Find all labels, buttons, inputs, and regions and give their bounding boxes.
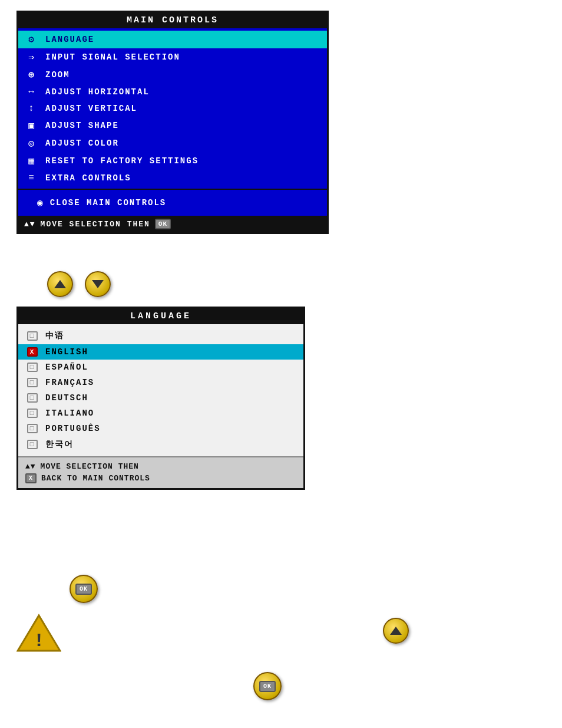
lang-item-espanol[interactable]: □ ESPAÑOL — [18, 360, 303, 375]
input-signal-icon: ⇒ — [24, 51, 39, 63]
lang-item-francais[interactable]: □ FRANÇAIS — [18, 375, 303, 390]
lang-item-portugues[interactable]: □ PORTUGUÊS — [18, 421, 303, 436]
lang-korean-icon: □ — [27, 440, 38, 449]
language-list: □ 中语 X ENGLISH □ ESPAÑOL □ FRANÇAIS — [18, 324, 303, 456]
menu-item-adjust-vertical[interactable]: ↕ ADJUST VERTICAL — [18, 100, 327, 117]
lang-back-ok-icon: X — [25, 473, 37, 483]
main-controls-panel: MAIN CONTROLS ⚙ LANGUAGE ⇒ INPUT SIGNAL … — [16, 11, 329, 234]
ok-small-label: OK — [75, 584, 92, 595]
extra-controls-icon: ≡ — [24, 173, 39, 183]
lang-footer-nav-icons: ▲▼ — [25, 462, 36, 471]
ok-bc-label: OK — [259, 681, 276, 692]
main-menu-list: ⚙ LANGUAGE ⇒ INPUT SIGNAL SELECTION ⊕ ZO… — [18, 28, 327, 216]
menu-item-adjust-shape[interactable]: ▣ ADJUST SHAPE — [18, 117, 327, 134]
menu-item-input-signal[interactable]: ⇒ INPUT SIGNAL SELECTION — [18, 48, 327, 66]
adjust-color-icon: ◎ — [24, 137, 39, 149]
lang-english-icon: X — [27, 347, 38, 357]
adjust-shape-icon: ▣ — [24, 120, 39, 131]
reset-factory-icon: ▦ — [24, 155, 39, 167]
lang-item-chinese[interactable]: □ 中语 — [18, 328, 303, 344]
adjust-horizontal-icon: ↔ — [24, 87, 39, 97]
menu-item-adjust-color[interactable]: ◎ ADJUST COLOR — [18, 134, 327, 152]
nav-up-button[interactable] — [47, 271, 73, 297]
lang-item-italiano[interactable]: □ ITALIANO — [18, 406, 303, 421]
close-icon: ◉ — [37, 197, 44, 209]
lang-footer-back-row: X BACK TO MAIN CONTROLS — [25, 472, 296, 485]
nav-up-button-tr[interactable] — [383, 618, 409, 644]
lang-francais-icon: □ — [27, 378, 38, 387]
language-icon: ⚙ — [24, 34, 39, 45]
menu-item-extra-controls[interactable]: ≡ EXTRA CONTROLS — [18, 170, 327, 186]
main-controls-footer: ▲▼ MOVE SELECTION THEN OK — [18, 216, 327, 232]
menu-item-adjust-horizontal[interactable]: ↔ ADJUST HORIZONTAL — [18, 84, 327, 100]
language-panel-title: LANGUAGE — [18, 308, 303, 324]
lang-footer-move-row: ▲▼ MOVE SELECTION THEN — [25, 461, 296, 472]
close-main-controls-button[interactable]: ◉ CLOSE MAIN CONTROLS — [18, 192, 327, 213]
menu-item-language[interactable]: ⚙ LANGUAGE — [18, 31, 327, 48]
ok-button-small[interactable]: OK — [70, 575, 98, 603]
footer-move-up-icon: ▲▼ — [24, 220, 36, 229]
up-triangle-icon — [54, 280, 66, 288]
lang-item-english[interactable]: X ENGLISH — [18, 344, 303, 360]
lang-italiano-icon: □ — [27, 409, 38, 418]
footer-nav-icons: ▲▼ — [24, 220, 36, 229]
lang-portugues-icon: □ — [27, 424, 38, 433]
zoom-icon: ⊕ — [24, 69, 39, 81]
lang-espanol-icon: □ — [27, 363, 38, 372]
lang-item-deutsch[interactable]: □ DEUTSCH — [18, 390, 303, 406]
menu-divider — [18, 189, 327, 190]
navigation-arrows — [47, 271, 111, 297]
svg-text:!: ! — [33, 630, 44, 652]
nav-down-button[interactable] — [85, 271, 111, 297]
main-controls-title: MAIN CONTROLS — [18, 12, 327, 28]
ok-button-bottom-center[interactable]: OK — [253, 672, 282, 700]
menu-item-reset-factory[interactable]: ▦ RESET TO FACTORY SETTINGS — [18, 152, 327, 170]
lang-deutsch-icon: □ — [27, 393, 38, 403]
language-panel-footer: ▲▼ MOVE SELECTION THEN X BACK TO MAIN CO… — [18, 456, 303, 488]
warning-triangle-icon: ! — [16, 613, 61, 656]
up-triangle-tr-icon — [390, 627, 402, 635]
menu-item-zoom[interactable]: ⊕ ZOOM — [18, 66, 327, 84]
language-panel: LANGUAGE □ 中语 X ENGLISH □ ESPAÑOL □ — [16, 307, 305, 490]
triangle-svg: ! — [16, 613, 61, 653]
adjust-vertical-icon: ↕ — [24, 103, 39, 114]
lang-item-korean[interactable]: □ 한국어 — [18, 436, 303, 453]
footer-ok-badge: OK — [155, 219, 171, 229]
lang-chinese-icon: □ — [27, 331, 38, 341]
down-triangle-icon — [92, 280, 104, 288]
